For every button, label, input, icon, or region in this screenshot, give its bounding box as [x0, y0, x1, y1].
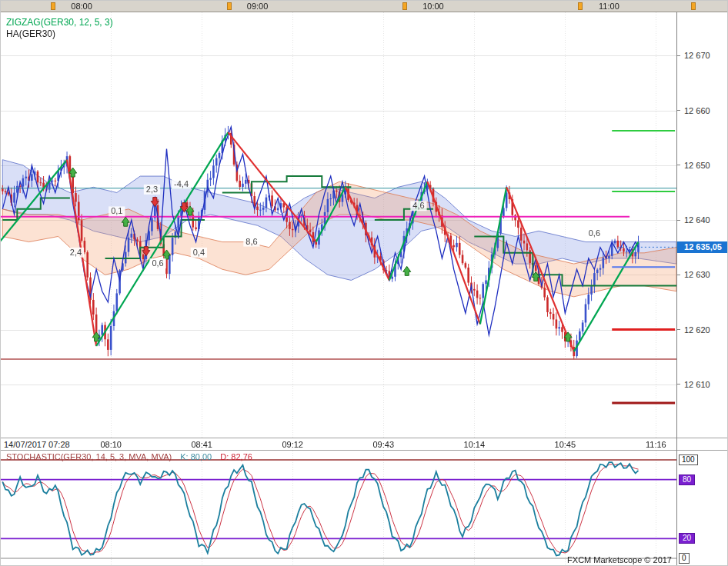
axis-separator [676, 12, 677, 566]
indicator-title-heikin-ashi: HA(GER30) [6, 28, 113, 39]
stoch-level-badge: 0 [679, 553, 690, 564]
top-time-ruler[interactable]: 08:0009:0010:0011:00 [1, 1, 728, 12]
price-tick-label: 12 670 [684, 51, 710, 60]
chart-window: 08:0009:0010:0011:00 ZIGZAG(GER30, 12, 5… [0, 0, 728, 566]
main-chart-panel: ZIGZAG(GER30, 12, 5, 3) HA(GER30) 12 635… [1, 12, 728, 438]
ruler-time-label: 10:00 [422, 2, 444, 11]
time-axis-label: 11:16 [646, 440, 666, 449]
price-tick-mark [677, 55, 680, 56]
price-tick-label: 12 620 [684, 325, 710, 335]
ruler-time-label: 08:00 [71, 2, 92, 11]
stochastic-d-value: D: 82,76 [220, 452, 252, 461]
price-tick-mark [677, 110, 680, 111]
hour-marker-icon [691, 2, 696, 10]
price-tick-label: 12 660 [684, 106, 710, 115]
stochastic-axis[interactable]: 10080200 [677, 451, 728, 566]
price-tick-label: 12 630 [684, 270, 710, 279]
time-axis-label: 14/07/2017 07:28 [4, 440, 70, 449]
current-price-badge: 12 635,05 [677, 241, 728, 253]
time-axis-label: 08:41 [191, 440, 212, 449]
stochastic-title: STOCHASTIC(GER30, 14, 5, 3, MVA, MVA) [6, 452, 172, 461]
price-tick-mark [677, 275, 680, 275]
price-tick-mark [677, 165, 680, 165]
price-axis[interactable]: 12 635,05 12 67012 66012 65012 64012 630… [677, 12, 728, 438]
stoch-level-badge: 100 [679, 454, 698, 465]
ruler-time-label: 11:00 [599, 2, 619, 11]
hour-marker-icon [578, 2, 583, 10]
stoch-level-badge: 20 [679, 533, 695, 544]
time-axis-label: 08:10 [100, 440, 122, 449]
indicator-titles: ZIGZAG(GER30, 12, 5, 3) HA(GER30) [6, 17, 113, 39]
indicator-title-zigzag: ZIGZAG(GER30, 12, 5, 3) [6, 17, 113, 28]
price-tick-mark [677, 384, 680, 385]
stochastic-panel: STOCHASTIC(GER30, 14, 5, 3, MVA, MVA) K:… [1, 451, 728, 566]
price-tick-label: 12 650 [684, 161, 710, 170]
price-tick-mark [677, 329, 680, 330]
hour-marker-icon [402, 2, 407, 10]
price-tick-mark [677, 220, 680, 221]
stochastic-titles: STOCHASTIC(GER30, 14, 5, 3, MVA, MVA) K:… [6, 452, 252, 461]
price-tick-label: 12 640 [684, 215, 710, 225]
time-axis-label: 09:43 [372, 440, 394, 449]
hour-marker-icon [227, 2, 232, 10]
copyright-text: FXCM Marketscope © 2017 [567, 555, 672, 564]
price-chart-canvas[interactable] [1, 12, 676, 438]
stochastic-canvas[interactable] [1, 451, 676, 566]
time-axis[interactable]: 14/07/2017 07:2808:1008:4109:1209:4310:1… [1, 438, 728, 451]
time-axis-label: 10:14 [464, 440, 486, 449]
stoch-level-badge: 80 [679, 474, 695, 485]
time-axis-label: 10:45 [555, 440, 576, 449]
price-tick-label: 12 610 [684, 380, 710, 389]
ruler-time-label: 09:00 [247, 2, 269, 11]
hour-marker-icon [51, 2, 55, 10]
time-axis-label: 09:12 [282, 440, 303, 449]
stochastic-k-value: K: 80,00 [180, 452, 212, 461]
